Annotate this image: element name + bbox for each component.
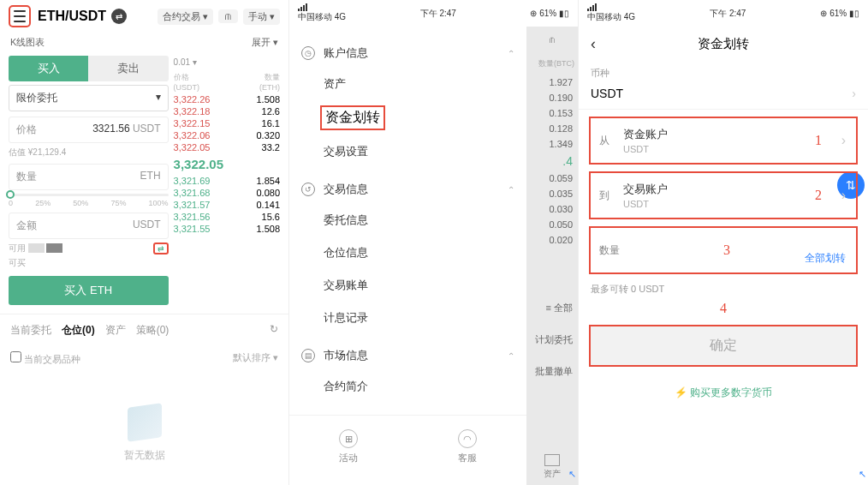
trade-screen: ETH/USDT ⇄ 合约交易 ▾ ⫙ 手动 ▾ K线图表 展开 ▾ 买入 卖出… bbox=[0, 0, 289, 485]
section-account[interactable]: ◷账户信息⌃ bbox=[289, 39, 526, 68]
pair-label[interactable]: ETH/USDT bbox=[38, 9, 106, 24]
buy-sell-tabs: 买入 卖出 bbox=[9, 56, 169, 81]
peek-swap-icon[interactable]: ⫙ bbox=[526, 27, 578, 53]
btm-activity[interactable]: ⊞活动 bbox=[339, 429, 358, 464]
status-time: 下午 2:47 bbox=[710, 8, 746, 20]
cursor-icon: ↖ bbox=[568, 469, 576, 480]
menu-transfer[interactable]: 资金划转 bbox=[320, 105, 385, 130]
menu-trade-settings[interactable]: 交易设置 bbox=[289, 135, 526, 168]
btm-service[interactable]: ◠客服 bbox=[458, 429, 477, 464]
order-type-select[interactable]: 限价委托▾ bbox=[9, 85, 169, 111]
wallet-icon[interactable] bbox=[544, 454, 560, 466]
doc-icon: ▤ bbox=[301, 349, 315, 362]
chevron-right-icon: › bbox=[841, 133, 846, 148]
status-bar: 中国移动 4G 下午 2:47 ⊕ 61% ▮▯ bbox=[289, 0, 578, 27]
bolt-icon: ⚡ bbox=[675, 386, 687, 398]
status-bar: 中国移动 4G 下午 2:47 ⊕ 61% ▮▯ bbox=[579, 0, 868, 27]
annotation-3: 3 bbox=[723, 242, 730, 258]
chevron-up-icon: ⌃ bbox=[508, 49, 514, 58]
menu-order-info[interactable]: 委托信息 bbox=[289, 204, 526, 237]
qty-slider[interactable] bbox=[9, 194, 169, 196]
chevron-down-icon: ▾ bbox=[156, 91, 161, 105]
slider-ticks: 025%50%75%100% bbox=[9, 199, 169, 207]
gift-icon: ⊞ bbox=[339, 429, 358, 448]
coin-label: 币种 bbox=[579, 62, 868, 85]
menu-trade-bill[interactable]: 交易账单 bbox=[289, 269, 526, 302]
battery-icon: ⊕ 61% ▮▯ bbox=[820, 9, 859, 18]
cursor-icon: ↖ bbox=[859, 469, 866, 480]
transfer-all-button[interactable]: 全部划转 bbox=[805, 251, 846, 266]
buy-more-link[interactable]: ⚡购买更多数字货币 bbox=[579, 375, 868, 410]
tab-buy[interactable]: 买入 bbox=[9, 56, 88, 81]
kline-bar[interactable]: K线图表 展开 ▾ bbox=[0, 33, 288, 52]
peek-batch[interactable]: 批量撤单 bbox=[526, 362, 578, 380]
peek-all[interactable]: ≡ 全部 bbox=[526, 299, 578, 317]
from-account-box[interactable]: 从 资金账户USDT 1 › bbox=[589, 117, 858, 165]
drawer-screen: 中国移动 4G 下午 2:47 ⊕ 61% ▮▯ ◷账户信息⌃ 资产 资金划转 … bbox=[289, 0, 579, 485]
tab-assets[interactable]: 资产 bbox=[105, 323, 126, 338]
refresh-icon[interactable]: ↻ bbox=[270, 323, 278, 338]
peek-plan[interactable]: 计划委托 bbox=[526, 331, 578, 349]
tab-positions[interactable]: 仓位(0) bbox=[62, 323, 95, 338]
menu-position-info[interactable]: 仓位信息 bbox=[289, 237, 526, 269]
transfer-icon[interactable]: ⇄ bbox=[153, 242, 169, 254]
menu-interest[interactable]: 计息记录 bbox=[289, 302, 526, 334]
title-bar: ‹ 资金划转 bbox=[579, 27, 868, 62]
bottom-bar: ⊞活动 ◠客服 bbox=[289, 415, 526, 478]
mid-price: 3,322.05 bbox=[174, 153, 280, 175]
status-time: 下午 2:47 bbox=[420, 8, 456, 20]
sort-select[interactable]: 默认排序 ▾ bbox=[233, 351, 278, 366]
confirm-button[interactable]: 确定 bbox=[589, 325, 858, 367]
annotation-1: 1 bbox=[815, 133, 822, 148]
headset-icon: ◠ bbox=[458, 429, 477, 448]
tick-select[interactable]: 0.01 ▾ bbox=[174, 52, 280, 67]
history-icon: ↺ bbox=[301, 183, 315, 196]
empty-icon bbox=[128, 403, 162, 442]
contract-chip[interactable]: 合约交易 ▾ bbox=[158, 9, 213, 25]
price-input[interactable]: 价格 3321.56 USDT bbox=[9, 117, 169, 143]
drawer-peek: ⫙ 数量(BTC) 1.927 0.190 0.153 0.128 1.349 … bbox=[526, 27, 578, 485]
chevron-up-icon: ⌃ bbox=[508, 185, 514, 195]
amount-input[interactable]: 金额 USDT bbox=[9, 213, 169, 239]
to-account-box[interactable]: 到 交易账户USDT 2 › bbox=[589, 171, 858, 219]
layout-icon[interactable]: ⫙ bbox=[218, 9, 238, 23]
menu-contract-intro[interactable]: 合约简介 bbox=[289, 370, 526, 403]
chevron-up-icon: ⌃ bbox=[508, 351, 514, 361]
qty-input[interactable]: 数量 ETH bbox=[9, 164, 169, 190]
battery-icon: ⊕ 61% ▮▯ bbox=[530, 9, 569, 18]
signal-icon bbox=[298, 3, 346, 11]
order-form: 买入 卖出 限价委托▾ 价格 3321.56 USDT 估值 ¥21,129.4… bbox=[9, 52, 169, 305]
bids: 3,321.691.854 3,321.680.080 3,321.570.14… bbox=[174, 175, 280, 235]
signal-icon bbox=[587, 3, 635, 11]
amount-box[interactable]: 数量 3 全部划转 bbox=[589, 226, 858, 274]
menu-icon[interactable] bbox=[9, 5, 31, 27]
section-market[interactable]: ▤市场信息⌃ bbox=[289, 341, 526, 370]
page-title: 资金划转 bbox=[608, 36, 839, 52]
section-trade[interactable]: ↺交易信息⌃ bbox=[289, 175, 526, 204]
swap-icon[interactable]: ⇄ bbox=[111, 9, 127, 24]
top-bar: ETH/USDT ⇄ 合约交易 ▾ ⫙ 手动 ▾ bbox=[0, 0, 288, 33]
chevron-right-icon: › bbox=[841, 188, 846, 203]
tab-orders[interactable]: 当前委托 bbox=[10, 323, 51, 338]
empty-state: 暂无数据 bbox=[0, 371, 288, 485]
filter-checkbox[interactable] bbox=[10, 351, 21, 362]
orderbook: 0.01 ▾ 价格(USDT) 数量(ETH) 3,322.261.508 3,… bbox=[174, 52, 280, 305]
available-row: 可用 ⇄ bbox=[9, 242, 169, 254]
coin-select[interactable]: USDT› bbox=[579, 85, 868, 110]
asks: 3,322.261.508 3,322.1812.6 3,322.1516.1 … bbox=[174, 93, 280, 153]
back-icon[interactable]: ‹ bbox=[591, 35, 608, 53]
manual-chip[interactable]: 手动 ▾ bbox=[243, 9, 280, 25]
buy-button[interactable]: 买入 ETH bbox=[9, 276, 169, 305]
chevron-right-icon: › bbox=[852, 87, 856, 100]
menu-assets[interactable]: 资产 bbox=[289, 68, 526, 100]
tab-sell[interactable]: 卖出 bbox=[88, 56, 168, 81]
annotation-2: 2 bbox=[815, 188, 822, 203]
drawer-menu: ◷账户信息⌃ 资产 资金划转 交易设置 ↺交易信息⌃ 委托信息 仓位信息 交易账… bbox=[289, 27, 526, 485]
annotation-4: 4 bbox=[579, 301, 868, 316]
clock-icon: ◷ bbox=[301, 46, 315, 60]
kline-expand[interactable]: 展开 ▾ bbox=[252, 36, 278, 49]
estimate-label: 估值 ¥21,129.4 bbox=[9, 147, 169, 159]
max-label: 最多可转 0 USDT bbox=[579, 281, 868, 297]
transfer-screen: 中国移动 4G 下午 2:47 ⊕ 61% ▮▯ ‹ 资金划转 币种 USDT›… bbox=[579, 0, 868, 485]
tab-strategy[interactable]: 策略(0) bbox=[136, 323, 169, 338]
